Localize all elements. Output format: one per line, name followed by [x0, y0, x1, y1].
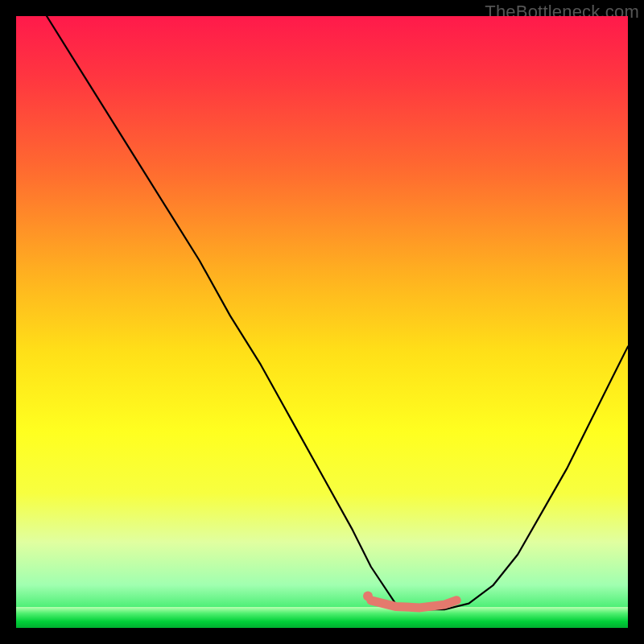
- curve-path: [47, 16, 628, 609]
- highlight-path: [371, 601, 456, 608]
- highlight-point: [363, 592, 373, 601]
- plot-area: [16, 16, 628, 628]
- chart-svg: [16, 16, 628, 628]
- chart-stage: TheBottleneck.com: [0, 0, 644, 644]
